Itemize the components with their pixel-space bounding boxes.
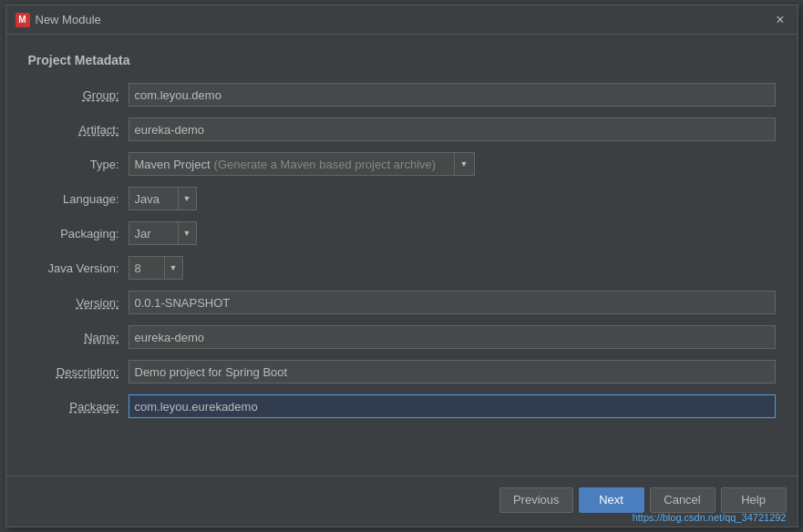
help-button[interactable]: Help <box>721 487 787 513</box>
java-version-arrow[interactable]: ▼ <box>165 256 183 280</box>
description-row: Description: <box>28 359 776 384</box>
title-bar: M New Module × <box>6 5 798 35</box>
close-button[interactable]: × <box>772 11 788 29</box>
packaging-select-wrap: Jar ▼ <box>129 221 197 245</box>
name-input[interactable] <box>129 325 776 349</box>
type-value: Maven Project <box>135 158 211 171</box>
java-version-row: Java Version: 8 ▼ <box>28 255 776 281</box>
artifact-input[interactable] <box>129 118 776 141</box>
java-version-value: 8 <box>135 261 141 275</box>
previous-button[interactable]: Previous <box>499 487 573 513</box>
language-row: Language: Java ▼ <box>28 186 776 211</box>
packaging-value: Jar <box>135 227 151 240</box>
status-bar: https://blog.csdn.net/qq_34721292 <box>6 523 798 527</box>
group-label: Group: <box>28 88 129 102</box>
language-label: Language: <box>28 192 129 206</box>
artifact-label: Artifact: <box>28 123 129 137</box>
section-title: Project Metadata <box>28 53 776 67</box>
dialog-icon: M <box>15 13 30 27</box>
package-input[interactable] <box>129 394 776 418</box>
packaging-label: Packaging: <box>28 227 129 240</box>
package-row: Package: <box>28 394 776 419</box>
language-select[interactable]: Java <box>129 187 179 210</box>
name-label: Name: <box>28 331 129 344</box>
package-label: Package: <box>28 400 129 414</box>
name-row: Name: <box>28 324 776 350</box>
next-button[interactable]: Next <box>579 487 644 513</box>
group-row: Group: <box>28 82 776 107</box>
new-module-dialog: M New Module × Project Metadata Group: A… <box>5 5 798 527</box>
type-row: Type: Maven Project (Generate a Maven ba… <box>28 151 776 177</box>
group-input[interactable] <box>129 83 776 107</box>
java-version-select-wrap: 8 ▼ <box>129 256 183 280</box>
version-row: Version: <box>28 290 776 315</box>
type-select-wrap: Maven Project (Generate a Maven based pr… <box>129 152 475 176</box>
status-link[interactable]: https://blog.csdn.net/qq_34721292 <box>633 512 787 523</box>
packaging-select[interactable]: Jar <box>129 221 179 245</box>
language-arrow[interactable]: ▼ <box>179 187 197 210</box>
artifact-row: Artifact: <box>28 117 776 142</box>
version-input[interactable] <box>129 291 776 314</box>
description-label: Description: <box>28 365 129 379</box>
language-value: Java <box>135 192 160 206</box>
packaging-arrow[interactable]: ▼ <box>179 221 197 245</box>
type-label: Type: <box>28 158 129 171</box>
type-hint: (Generate a Maven based project archive) <box>214 158 437 171</box>
packaging-row: Packaging: Jar ▼ <box>28 220 776 246</box>
title-bar-left: M New Module <box>15 13 101 27</box>
java-version-label: Java Version: <box>28 261 129 275</box>
language-select-wrap: Java ▼ <box>129 187 197 210</box>
dialog-title: New Module <box>36 13 101 26</box>
version-label: Version: <box>28 296 129 310</box>
type-select-field[interactable]: Maven Project (Generate a Maven based pr… <box>129 152 455 176</box>
description-input[interactable] <box>129 360 776 384</box>
type-dropdown-arrow[interactable]: ▼ <box>455 152 475 176</box>
java-version-select[interactable]: 8 <box>129 256 165 280</box>
cancel-button[interactable]: Cancel <box>650 487 715 513</box>
dialog-content: Project Metadata Group: Artifact: Type: … <box>6 35 798 476</box>
